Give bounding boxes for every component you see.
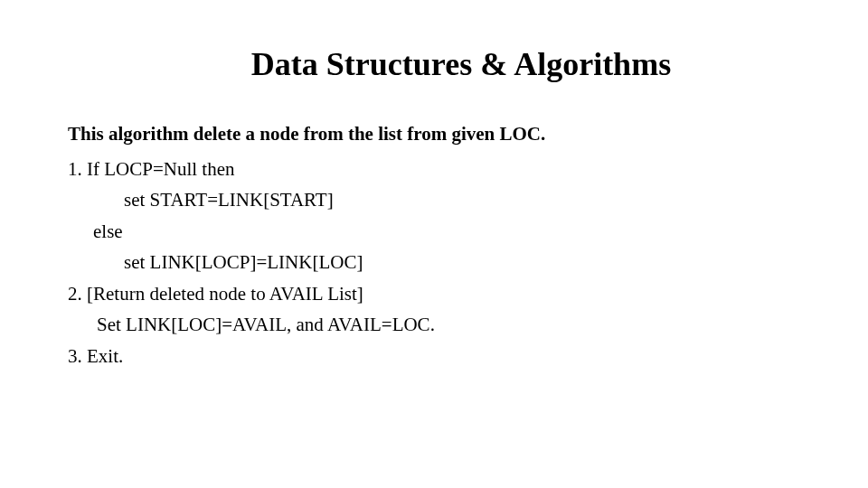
step-1: 1. If LOCP=Null then — [68, 155, 800, 184]
step-1-then: set START=LINK[START] — [68, 185, 800, 215]
step-3: 3. Exit. — [68, 342, 800, 371]
page-title: Data Structures & Algorithms — [68, 45, 800, 83]
intro-text: This algorithm delete a node from the li… — [68, 119, 800, 149]
step-2-body: Set LINK[LOC]=AVAIL, and AVAIL=LOC. — [68, 310, 800, 340]
algorithm-content: This algorithm delete a node from the li… — [68, 119, 800, 371]
step-2: 2. [Return deleted node to AVAIL List] — [68, 279, 800, 309]
step-1-else: else — [68, 217, 800, 247]
step-1-else-body: set LINK[LOCP]=LINK[LOC] — [68, 248, 800, 277]
